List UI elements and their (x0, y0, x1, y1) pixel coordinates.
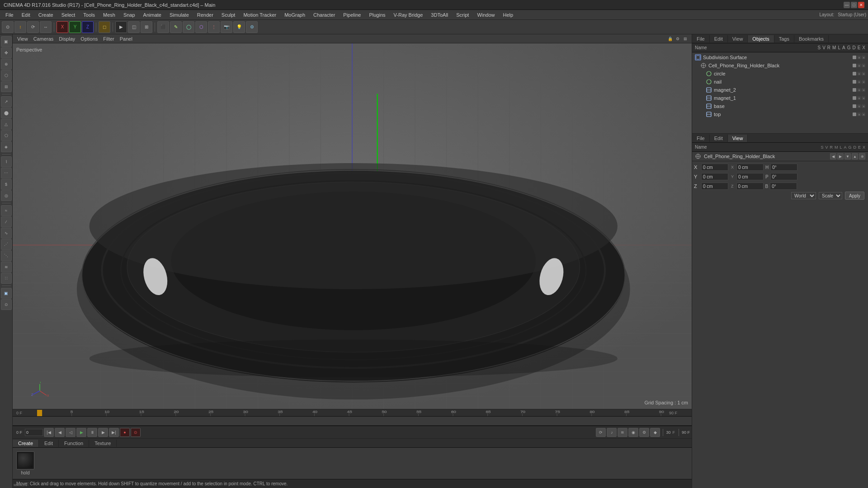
coord-x-pos[interactable] (701, 164, 728, 171)
prop-ctrl-1[interactable]: ◀ (830, 153, 836, 160)
coord-p-val[interactable] (770, 173, 797, 180)
props-tab-edit[interactable]: Edit (710, 135, 728, 142)
left-tool-21[interactable]: ∷ (1, 273, 12, 284)
left-tool-12[interactable]: ⋯ (1, 168, 12, 178)
coord-system-select[interactable]: World Object (791, 192, 816, 199)
menu-file[interactable]: File (2, 11, 17, 19)
x-axis[interactable]: X (57, 21, 68, 33)
left-tool-3[interactable]: ⊕ (1, 59, 12, 70)
menu-mograph[interactable]: MoGraph (281, 11, 309, 19)
prop-ctrl-4[interactable]: ▲ (852, 153, 858, 160)
obj-magnet2[interactable]: magnet_2 ✕ ✕ (692, 86, 868, 94)
light-tool[interactable]: 💡 (233, 21, 245, 33)
spline-tool[interactable]: ✎ (170, 21, 182, 33)
camera-tool[interactable]: 📷 (221, 21, 232, 33)
left-tool-18[interactable]: ⋰ (1, 239, 12, 250)
go-end-btn[interactable]: ▶| (109, 428, 119, 437)
left-tool-19[interactable]: ⋱ (1, 250, 12, 261)
coord-z-pos[interactable] (701, 183, 728, 190)
z-axis[interactable]: Z (82, 21, 94, 33)
menu-motion-tracker[interactable]: Motion Tracker (240, 11, 280, 19)
coord-z-size[interactable] (736, 183, 764, 190)
obj-tab-bookmarks[interactable]: Bookmarks (794, 35, 829, 42)
obj-subdivision-surface[interactable]: Subdivision Surface ✕ ✕ (692, 53, 868, 61)
nurbs-tool[interactable]: ◯ (183, 21, 194, 33)
mat-tab-texture[interactable]: Texture (89, 440, 117, 447)
vp-lock-icon[interactable]: 🔒 (666, 35, 674, 42)
mat-tab-edit[interactable]: Edit (39, 440, 59, 447)
left-tool-5[interactable]: ⊞ (1, 81, 12, 92)
props-tab-file[interactable]: File (692, 135, 710, 142)
render-btn[interactable]: ▶ (115, 21, 127, 33)
obj-top[interactable]: top ✕ ✕ (692, 110, 868, 118)
rotate-tool[interactable]: ↔ (40, 21, 52, 33)
render-view[interactable]: ⊞ (141, 21, 152, 33)
obj-magnet1[interactable]: magnet_1 ✕ ✕ (692, 94, 868, 102)
vp-menu-options[interactable]: Options (79, 36, 99, 42)
mat-tab-function[interactable]: Function (59, 440, 89, 447)
material-swatch[interactable] (16, 451, 34, 469)
left-tool-15[interactable]: ≈ (1, 205, 12, 216)
move-tool[interactable]: ↕ (14, 21, 26, 33)
menu-simulate[interactable]: Simulate (166, 11, 193, 19)
left-tool-6[interactable]: ↗ (1, 96, 12, 107)
play-back-btn[interactable]: ◁ (66, 428, 75, 437)
coord-y-size[interactable] (736, 173, 764, 180)
obj-tab-view[interactable]: View (728, 35, 748, 42)
record-btn[interactable]: ● (120, 428, 130, 437)
coord-b-val[interactable] (770, 183, 797, 190)
obj-base[interactable]: base ✕ ✕ (692, 102, 868, 110)
render-region[interactable]: ◫ (128, 21, 140, 33)
coord-x-size[interactable] (736, 164, 764, 171)
obj-circle[interactable]: circle ✕ ✕ (692, 70, 868, 78)
minimize-button[interactable]: — (844, 2, 850, 8)
material-swatch-container[interactable]: hold (16, 451, 34, 475)
vp-expand-icon[interactable]: ⊞ (682, 35, 689, 42)
menu-tools[interactable]: Tools (80, 11, 99, 19)
left-tool-20[interactable]: ≋ (1, 262, 12, 272)
go-start-btn[interactable]: |◀ (44, 428, 54, 437)
menu-mesh[interactable]: Mesh (99, 11, 119, 19)
vp-menu-filter[interactable]: Filter (101, 36, 116, 42)
left-tool-22[interactable]: ▣ (1, 288, 12, 299)
vp-menu-cameras[interactable]: Cameras (32, 36, 56, 42)
prop-ctrl-2[interactable]: ▶ (837, 153, 844, 160)
next-frame-btn[interactable]: ▶ (98, 428, 108, 437)
menu-script[interactable]: Script (453, 11, 472, 19)
obj-nail[interactable]: nail ✕ ✕ (692, 78, 868, 86)
coord-y-pos[interactable] (701, 173, 728, 180)
play-btn[interactable]: ▶ (76, 428, 86, 437)
menu-pipeline[interactable]: Pipeline (340, 11, 364, 19)
coord-h-val[interactable] (770, 164, 797, 171)
obj-tab-tags[interactable]: Tags (774, 35, 794, 42)
scale-select[interactable]: Scale (819, 192, 842, 199)
left-tool-9[interactable]: ⬠ (1, 130, 12, 141)
apply-button[interactable]: Apply (845, 192, 864, 200)
menu-plugins[interactable]: Plugins (365, 11, 389, 19)
left-tool-23[interactable]: ⊙ (1, 299, 12, 310)
menu-sculpt[interactable]: Sculpt (218, 11, 239, 19)
menu-edit[interactable]: Edit (18, 11, 34, 19)
menu-snap[interactable]: Snap (120, 11, 139, 19)
auto-key-btn[interactable]: ⊙ (131, 428, 141, 437)
left-tool-16[interactable]: ⁄ (1, 216, 12, 227)
vp-settings-icon[interactable]: ⚙ (674, 35, 681, 42)
cube-primitive[interactable]: ⬛ (157, 21, 169, 33)
left-tool-1[interactable]: ▣ (1, 36, 12, 47)
loop-btn[interactable]: ⟳ (596, 428, 606, 437)
motion-blur-btn[interactable]: ≋ (618, 428, 627, 437)
object-mode[interactable]: ◻ (99, 21, 110, 33)
vp-menu-view[interactable]: View (15, 36, 30, 42)
props-tab-view[interactable]: View (728, 135, 748, 142)
left-tool-7[interactable]: ⬤ (1, 108, 12, 118)
left-tool-10[interactable]: ◈ (1, 141, 12, 152)
vp-menu-display[interactable]: Display (57, 36, 77, 42)
frame-input[interactable]: 0 (25, 429, 43, 436)
obj-tab-objects[interactable]: Objects (748, 35, 774, 42)
deformer-tool[interactable]: ⬡ (195, 21, 207, 33)
obj-tab-file[interactable]: File (692, 35, 710, 42)
prev-frame-btn[interactable]: ◀ (55, 428, 65, 437)
scale-tool[interactable]: ⟳ (27, 21, 39, 33)
maximize-button[interactable]: □ (851, 2, 857, 8)
effector-tool[interactable]: ⚙ (246, 21, 258, 33)
